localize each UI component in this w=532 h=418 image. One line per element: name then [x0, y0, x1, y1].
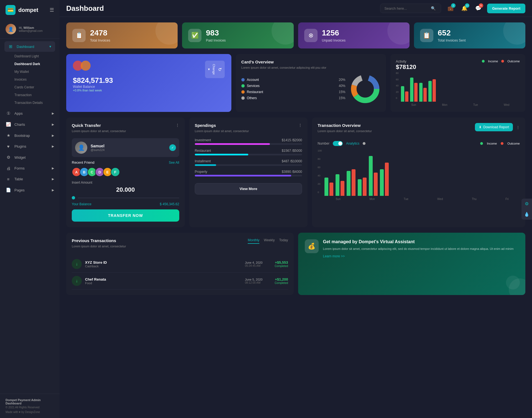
download-icon: ⬇ [479, 125, 482, 129]
contact-name: Samuel [91, 144, 104, 148]
tab-today[interactable]: Today [279, 238, 288, 244]
table-label: Table [14, 177, 23, 181]
sidebar-item-dashboard[interactable]: ⊞ Dashboard ▼ [4, 41, 55, 52]
logo-area: 💳 dompet ☰ [0, 0, 60, 20]
see-all-link[interactable]: See All [169, 161, 179, 165]
stat-card-bg [155, 22, 178, 45]
transaction-overview-section: Transaction Overview Lorem ipsum dolor s… [312, 117, 525, 227]
sidebar: 💳 dompet ☰ 👤 Hi, William william@gmail.c… [0, 0, 60, 418]
sidebar-item-widget[interactable]: ⚙ Widget [0, 152, 60, 163]
to-bar-thu [369, 156, 378, 196]
sidebar-item-pages[interactable]: 📄 Pages ▶ [0, 184, 60, 196]
bar-sun-outcome [405, 91, 408, 102]
balance-value: $ 456,345.62 [160, 202, 179, 206]
to-bar-tue [347, 169, 355, 196]
total-invoices-label: Total Invoices [90, 39, 110, 42]
analytics-toggle[interactable] [333, 141, 343, 146]
learn-more-link[interactable]: Learn more >> [323, 254, 345, 258]
apps-arrow: ▶ [52, 112, 54, 115]
charts-arrow: ▶ [52, 123, 54, 126]
apps-icon: ① [6, 111, 11, 116]
sub-item-invoices[interactable]: Invoices [14, 76, 60, 83]
contact-avatar: 👤 [75, 142, 87, 154]
plugins-icon: ♥ [6, 144, 11, 149]
charts-icon: 📈 [6, 122, 11, 127]
sidebar-item-charts[interactable]: 📈 Charts ▶ [0, 119, 60, 130]
sidebar-item-bootstrap[interactable]: ★ Bootstrap ▶ [0, 130, 60, 141]
friends-avatars-row: A B C D E F [72, 167, 179, 177]
to-bar-fri [380, 163, 389, 196]
stat-card-bg [503, 22, 525, 45]
bar-wed-outcome [433, 79, 436, 102]
to-bar-tue-outcome [352, 169, 355, 196]
slider-row [72, 196, 179, 199]
sidebar-item-forms[interactable]: 🖨 Forms ▶ [0, 163, 60, 174]
unpaid-invoices-icon: ⊗ [304, 29, 318, 42]
trans-icon-1: ↓ [72, 259, 82, 269]
sub-item-dark[interactable]: Dashboard Dark [14, 60, 60, 68]
paid-invoices-label: Paid Invoices [206, 39, 226, 42]
chart-y-axis: 100806040200 [318, 149, 323, 194]
insert-amount-label: Insert Amount [72, 181, 179, 184]
quick-transfer-menu[interactable]: ⋮ [176, 123, 179, 127]
sidebar-item-plugins[interactable]: ♥ Plugins ▶ [0, 141, 60, 152]
legend-dot-services [241, 84, 245, 88]
total-sent-label: Total Invoices Sent [438, 39, 466, 42]
slider-line [78, 198, 179, 198]
legend-services: Services 40% [241, 84, 346, 88]
search-input[interactable] [384, 6, 429, 11]
main-area: Dashboard 🔍 💼 2 🔔 12 💬 8 Generate Report [60, 0, 532, 418]
transfer-now-button[interactable]: TRANSFER NOW [72, 209, 179, 222]
gear-icon: ⚙ [525, 201, 529, 206]
contact-handle: @sum224 [91, 148, 104, 152]
cards-overview-subtitle: Lorem ipsum dolor sit amet, consectetur … [241, 66, 380, 69]
avatar-image: 👤 [6, 24, 16, 34]
change-button[interactable]: ↻ Change ▼ [205, 61, 225, 78]
to-menu[interactable]: ⋮ [516, 125, 520, 129]
widget-icon: ⚙ [6, 155, 11, 160]
to-subtitle: Lorem ipsum dolor sit amet, consectetur [318, 129, 372, 133]
paid-invoices-icon: ✅ [188, 29, 201, 42]
stat-card-paid-invoices: ✅ 983 Paid Invoices [182, 22, 293, 48]
sub-item-cards[interactable]: Cards Center [14, 83, 60, 91]
plugins-label: Plugins [14, 144, 26, 148]
quick-transfer-subtitle: Lorem ipsum dolor sit amet, consectetur [72, 129, 126, 133]
y-axis: 806040200 [396, 72, 400, 99]
unpaid-invoices-info: 1256 Unpaid Invoices [322, 29, 346, 42]
generate-report-button[interactable]: Generate Report [487, 4, 525, 13]
slider-dot[interactable] [72, 196, 75, 199]
legend-others: Others 15% [241, 96, 346, 100]
balance-label: Your Balance [72, 202, 91, 206]
tab-weekly[interactable]: Weekly [264, 238, 275, 244]
briefcase-icon-btn[interactable]: 💼 2 [446, 3, 456, 13]
side-gear-button[interactable]: ⚙ [521, 199, 532, 209]
bell-icon-btn[interactable]: 🔔 12 [459, 3, 469, 13]
chat-icon-btn[interactable]: 💬 8 [473, 3, 483, 13]
view-more-button[interactable]: View More [195, 183, 302, 194]
to-title: Transaction Overview [318, 123, 372, 128]
sub-item-transaction-details[interactable]: Transaction Details [14, 99, 60, 107]
bootstrap-arrow: ▶ [52, 134, 54, 137]
hamburger-icon[interactable]: ☰ [50, 7, 54, 13]
sidebar-item-table[interactable]: ≡ Table ▶ [0, 174, 60, 184]
income-dot [482, 60, 485, 63]
spending-restaurant-row: Restaurant $1567 /$5000 [195, 149, 302, 153]
activity-section: Activity $78120 Income Outcome 806040200 [390, 54, 526, 112]
sub-item-wallet[interactable]: My Wallet [14, 68, 60, 76]
download-report-button[interactable]: ⬇ Download Report [475, 123, 513, 131]
chat-badge: 8 [479, 3, 483, 8]
apps-label: Apps [14, 111, 23, 116]
recent-friends-label: Recent Friend [72, 160, 94, 165]
donut-chart [350, 74, 380, 104]
sidebar-item-apps[interactable]: ① Apps ▶ [0, 108, 60, 119]
sub-item-transaction[interactable]: Transaction [14, 91, 60, 99]
spendings-menu[interactable]: ⋮ [298, 123, 302, 127]
side-drop-button[interactable]: 💧 [521, 209, 532, 220]
spending-installment-row: Installment $487 /$10000 [195, 159, 302, 163]
transaction-row-2: ↓ Chef Renata Food June 5, 2020 08:12:00… [72, 273, 288, 289]
bar-group-mon [410, 78, 418, 102]
friend-avatar-6[interactable]: F [111, 167, 120, 177]
tab-monthly[interactable]: Monthly [248, 238, 259, 244]
overview-content: Account 20% Services 40% Restaurant 15% [241, 74, 380, 104]
sub-item-light[interactable]: Dashboard Light [14, 52, 60, 60]
